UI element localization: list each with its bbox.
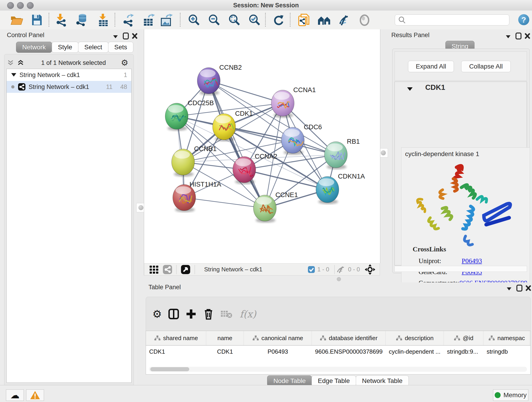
export-table-icon[interactable] (143, 14, 155, 27)
hidden-count-label: 0 - 0 (348, 266, 360, 273)
show-all-icon[interactable] (358, 14, 371, 27)
panel-float-icon[interactable] (515, 32, 522, 40)
open-session-icon[interactable] (10, 14, 23, 26)
panel-menu-icon[interactable] (505, 34, 512, 39)
search-input[interactable] (407, 16, 509, 24)
network-collection-row[interactable]: String Network – cdk1 1 (7, 69, 131, 81)
selected-checkbox-icon[interactable] (308, 266, 315, 273)
gear-icon[interactable]: ⚙ (152, 308, 162, 320)
node-CDK1[interactable]: CDK1 (213, 110, 253, 141)
column-type-icon (454, 335, 461, 341)
node-count: 11 (106, 83, 113, 90)
tab-edge-table[interactable]: Edge Table (312, 375, 356, 386)
tab-network[interactable]: Network (16, 42, 52, 53)
export-network-icon[interactable] (122, 14, 135, 27)
gear-icon[interactable]: ⚙ (121, 58, 128, 68)
hidden-eye-icon[interactable] (336, 266, 346, 274)
tab-sets[interactable]: Sets (108, 42, 133, 53)
panel-menu-icon[interactable] (112, 34, 120, 39)
table-row[interactable]: CDK1CDK1P064939606.ENSP00000378699cyclin… (146, 346, 530, 357)
import-network-database-icon[interactable] (76, 14, 89, 27)
export-image-icon[interactable] (160, 14, 173, 27)
help-icon[interactable]: ? (518, 14, 529, 25)
toolbar-separator (176, 265, 177, 274)
delete-column-icon[interactable] (203, 308, 214, 320)
column-header-database-identifier[interactable]: database identifier (312, 331, 386, 345)
edge-CCNA2-CDKN1A[interactable] (244, 170, 327, 190)
column-header-name[interactable]: name (206, 331, 244, 345)
node-CDKN1A[interactable]: CDKN1A (316, 172, 365, 204)
panel-close-icon[interactable] (524, 32, 531, 40)
toolbar-separator (49, 13, 49, 27)
expand-all-icon[interactable] (16, 59, 26, 66)
tree-expand-icon[interactable] (7, 72, 19, 78)
column-header-canonical-name[interactable]: canonical name (244, 331, 312, 345)
toolbar-separator (265, 13, 266, 27)
node-CCNE1[interactable]: CCNE1 (253, 191, 298, 223)
column-header-namespac[interactable]: namespac (483, 331, 530, 345)
delete-table-icon[interactable] (220, 309, 233, 319)
panel-float-icon[interactable] (122, 32, 130, 40)
fit-content-crosshair-icon[interactable] (365, 264, 375, 275)
network-graph[interactable]: CCNB2CCNA1CDC25BCDK1CDC6RB1CCNB1CCNA2CDK… (144, 29, 380, 263)
edge-HIST1H1A-CCNE1[interactable] (184, 198, 265, 208)
network-canvas[interactable]: CCNB2CCNA1CDC25BCDK1CDC6RB1CCNB1CCNA2CDK… (144, 29, 380, 263)
node-label: CCNB1 (194, 145, 216, 153)
column-header-label: name (217, 335, 232, 342)
table-panel: Table Panel ⚙ f(x) (144, 282, 532, 385)
node-CCNB2[interactable]: CCNB2 (197, 64, 242, 95)
network-tree: String Network – cdk1 1 String Network –… (6, 69, 132, 383)
status-bar: ☁ Memory (0, 385, 532, 402)
column-header--id[interactable]: @id (444, 331, 483, 345)
birdseye-view-icon[interactable] (180, 264, 191, 275)
table-cell: cyclin-dependent ... (386, 346, 444, 357)
add-column-icon[interactable] (185, 308, 197, 320)
warnings-button[interactable] (26, 389, 44, 401)
refresh-icon[interactable] (272, 14, 285, 27)
save-session-icon[interactable] (31, 14, 43, 26)
zoom-fit-icon[interactable] (228, 14, 241, 27)
grid-view-icon[interactable] (149, 265, 159, 274)
column-type-icon (320, 335, 326, 341)
collapse-all-button[interactable]: Collapse All (461, 61, 511, 72)
panel-float-icon[interactable] (515, 284, 523, 292)
node-RB1[interactable]: RB1 (324, 138, 360, 169)
tab-select[interactable]: Select (78, 42, 108, 53)
scrollbar-thumb[interactable] (150, 367, 189, 371)
panel-close-icon[interactable] (525, 284, 532, 292)
column-header-shared-name[interactable]: shared name (146, 331, 206, 345)
zoom-selected-icon[interactable] (248, 14, 261, 27)
import-table-icon[interactable] (97, 14, 109, 27)
node-CDC6[interactable]: CDC6 (281, 123, 322, 155)
edge-CCNB2-CCNE1[interactable] (209, 81, 265, 208)
show-columns-icon[interactable] (168, 308, 180, 320)
table-horizontal-scrollbar[interactable] (149, 367, 527, 372)
expand-all-button[interactable]: Expand All (408, 61, 454, 72)
hide-selected-icon[interactable] (338, 14, 351, 27)
collapse-all-icon[interactable] (6, 59, 16, 66)
zoom-in-icon[interactable] (188, 14, 201, 27)
network-view-type-icon[interactable] (162, 264, 172, 274)
search-box[interactable] (395, 14, 509, 26)
node-HIST1H1A[interactable]: HIST1H1A (173, 181, 221, 212)
crosslink-value-link[interactable]: P06493 (462, 257, 482, 265)
column-header-label: namespac (497, 335, 525, 342)
cloud-status-button[interactable]: ☁ (6, 389, 24, 401)
network-row[interactable]: String Network – cdk1 11 48 (7, 81, 131, 93)
tab-style[interactable]: Style (52, 42, 78, 53)
import-network-icon[interactable] (55, 14, 68, 27)
function-builder-icon[interactable]: f(x) (240, 308, 256, 320)
zoom-out-icon[interactable] (208, 14, 221, 27)
tab-node-table[interactable]: Node Table (267, 375, 312, 386)
horizontal-splitter-handle[interactable] (337, 277, 341, 281)
section-collapse-icon[interactable] (406, 86, 414, 92)
column-type-icon (252, 335, 259, 341)
clone-network-icon[interactable] (298, 14, 311, 27)
panel-menu-icon[interactable] (505, 286, 513, 292)
tab-network-table[interactable]: Network Table (356, 375, 409, 386)
column-header-description[interactable]: description (386, 331, 444, 345)
network-selected-count: 1 of 1 Network selected (26, 59, 121, 66)
first-neighbors-icon[interactable] (317, 14, 331, 27)
crosslink-label: Uniprot: (418, 257, 462, 265)
memory-button[interactable]: Memory (493, 389, 528, 401)
